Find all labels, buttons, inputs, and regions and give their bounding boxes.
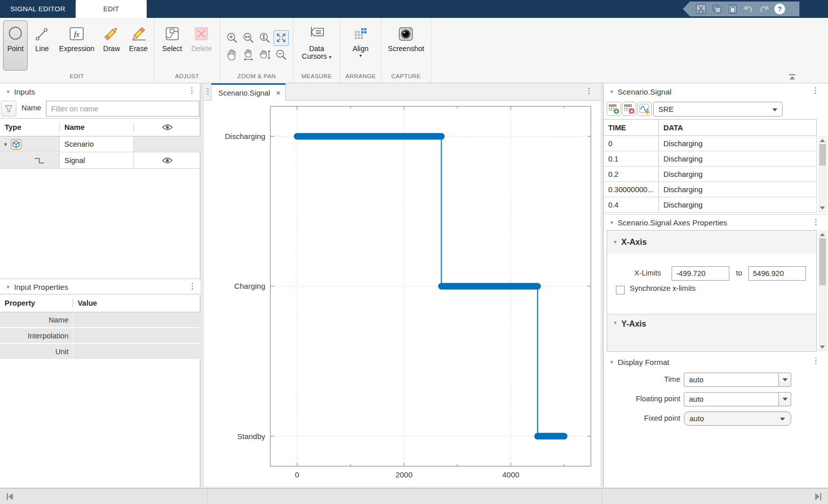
property-value[interactable] xyxy=(73,344,200,359)
table-row[interactable]: 0.30000000... Discharging xyxy=(604,182,817,197)
zoom-in-x-icon[interactable] xyxy=(241,30,256,46)
collapse-icon[interactable]: ▾ xyxy=(7,88,10,95)
data-cursors-button[interactable]: Data Cursors ▾ xyxy=(297,20,336,71)
draw-button[interactable]: Draw xyxy=(99,20,124,71)
signal-select-combo[interactable]: SRE xyxy=(653,102,783,117)
close-tab-icon[interactable]: ✕ xyxy=(276,89,281,97)
collapse-icon[interactable]: ▾ xyxy=(7,284,10,290)
property-value[interactable] xyxy=(73,328,200,343)
collapse-ribbon-button[interactable] xyxy=(787,73,797,81)
col-header-time[interactable]: TIME xyxy=(604,120,659,135)
collapse-icon[interactable]: ▾ xyxy=(610,219,613,226)
row-name[interactable]: Signal xyxy=(60,153,134,168)
axes-properties-menu[interactable]: ⋮ xyxy=(812,218,817,225)
zoom-out-icon[interactable] xyxy=(273,47,289,63)
collapse-icon[interactable]: ▾ xyxy=(610,88,613,95)
x-axis-section[interactable]: ▾ X-Axis xyxy=(607,231,816,254)
redo-icon[interactable] xyxy=(758,4,770,15)
x-limit-to-input[interactable] xyxy=(748,266,806,281)
table-row[interactable]: 0.2 Discharging xyxy=(604,167,817,182)
add-signal-icon xyxy=(638,103,651,115)
signal-chart-area[interactable]: 020004000StandbyChargingDischarging xyxy=(204,101,601,487)
property-row-unit[interactable]: Unit xyxy=(0,344,200,359)
delete-row-button[interactable] xyxy=(622,102,636,116)
col-header-type[interactable]: Type xyxy=(0,123,60,131)
x-limits-label: X-Limits xyxy=(634,269,661,277)
fit-to-view-icon[interactable] xyxy=(273,30,289,46)
visibility-toggle[interactable] xyxy=(134,153,200,168)
pan-icon[interactable] xyxy=(224,47,240,63)
cut-icon[interactable] xyxy=(695,4,706,15)
filter-button[interactable] xyxy=(1,101,16,117)
table-scrollbar[interactable] xyxy=(818,136,827,213)
filter-input[interactable] xyxy=(46,101,199,117)
pan-x-icon[interactable] xyxy=(241,47,256,63)
property-row-interpolation[interactable]: Interpolation xyxy=(0,328,200,343)
zoom-in-y-icon[interactable] xyxy=(257,30,272,46)
property-value[interactable] xyxy=(73,312,200,327)
undo-icon[interactable] xyxy=(743,4,754,15)
collapse-icon[interactable]: ▾ xyxy=(610,359,613,365)
row-name[interactable]: Scenario xyxy=(60,136,134,152)
time-format-dropdown-button[interactable] xyxy=(778,373,791,387)
floating-point-dropdown-button[interactable] xyxy=(778,392,791,406)
tab-scenario-signal[interactable]: Scenario.Signal ✕ xyxy=(211,83,286,101)
line-button[interactable]: Line xyxy=(30,20,54,71)
select-button[interactable]: Select xyxy=(158,20,186,71)
point-button[interactable]: Point xyxy=(3,20,28,71)
screenshot-button[interactable]: Screenshot xyxy=(384,20,428,71)
delete-button[interactable]: Delete xyxy=(188,20,215,71)
table-row-signal[interactable]: Signal xyxy=(0,153,200,169)
time-format-combo[interactable]: auto xyxy=(684,373,779,387)
help-icon[interactable]: ? xyxy=(774,4,785,14)
synchronize-x-limits-checkbox[interactable] xyxy=(616,286,625,294)
scrollbar-thumb[interactable] xyxy=(819,144,826,166)
col-header-data[interactable]: DATA xyxy=(659,120,816,135)
zoom-in-icon[interactable] xyxy=(224,30,240,46)
y-axis-section[interactable]: ▾ Y-Axis xyxy=(607,314,816,352)
align-button[interactable]: Align ▾ xyxy=(348,20,374,71)
pan-y-icon[interactable] xyxy=(257,47,272,63)
x-limits-row: X-Limits to xyxy=(607,266,816,281)
collapse-icon[interactable]: ▾ xyxy=(614,319,617,326)
display-format-menu[interactable]: ⋮ xyxy=(812,357,817,364)
chevron-down-icon xyxy=(783,378,788,381)
input-properties-menu[interactable]: ⋮ xyxy=(189,282,194,290)
copy-icon[interactable] xyxy=(711,4,722,15)
table-row[interactable]: 0 Discharging xyxy=(604,136,817,151)
add-signal-button[interactable] xyxy=(637,102,652,116)
x-limit-from-input[interactable] xyxy=(672,266,729,281)
inputs-panel-header: ▾ Inputs ⋮ xyxy=(0,83,200,100)
go-to-end-icon[interactable] xyxy=(814,492,823,501)
table-row-scenario[interactable]: ▾ Scenario xyxy=(0,136,200,152)
fixed-point-combo[interactable]: auto xyxy=(684,411,791,426)
inputs-panel-menu[interactable]: ⋮ xyxy=(188,86,193,94)
collapse-icon[interactable]: ▾ xyxy=(614,239,617,245)
table-row[interactable]: 0.1 Discharging xyxy=(604,151,817,167)
expand-arrow-icon[interactable]: ▾ xyxy=(4,141,7,148)
scroll-down-icon[interactable] xyxy=(820,346,825,349)
scroll-up-icon[interactable] xyxy=(820,139,825,142)
tab-edit[interactable]: EDIT xyxy=(76,0,147,18)
tab-strip-menu[interactable]: ⋮ xyxy=(585,87,590,95)
scroll-up-icon[interactable] xyxy=(820,233,825,236)
table-row[interactable]: 0.4 Discharging xyxy=(604,197,817,213)
chevron-down-icon xyxy=(783,398,788,401)
input-properties-header: ▾ Input Properties ⋮ xyxy=(0,279,200,295)
col-header-name[interactable]: Name xyxy=(60,123,134,131)
erase-button[interactable]: Erase xyxy=(126,20,151,71)
paste-icon[interactable] xyxy=(727,4,738,15)
add-row-button[interactable] xyxy=(607,102,621,116)
floating-point-combo[interactable]: auto xyxy=(684,392,779,406)
property-row-name[interactable]: Name xyxy=(0,312,200,328)
go-to-start-icon[interactable] xyxy=(5,492,14,501)
signal-step-chart[interactable]: 020004000StandbyChargingDischarging xyxy=(204,101,601,487)
expression-button[interactable]: fx Expression xyxy=(56,20,97,71)
panel-drag-handle[interactable] xyxy=(206,88,209,96)
axes-scrollbar[interactable] xyxy=(818,230,827,352)
tab-signal-editor[interactable]: SIGNAL EDITOR xyxy=(0,0,76,18)
col-header-visibility[interactable] xyxy=(134,124,200,131)
scroll-down-icon[interactable] xyxy=(820,207,825,210)
signal-panel-menu[interactable]: ⋮ xyxy=(812,86,817,94)
scrollbar-thumb[interactable] xyxy=(819,238,826,285)
